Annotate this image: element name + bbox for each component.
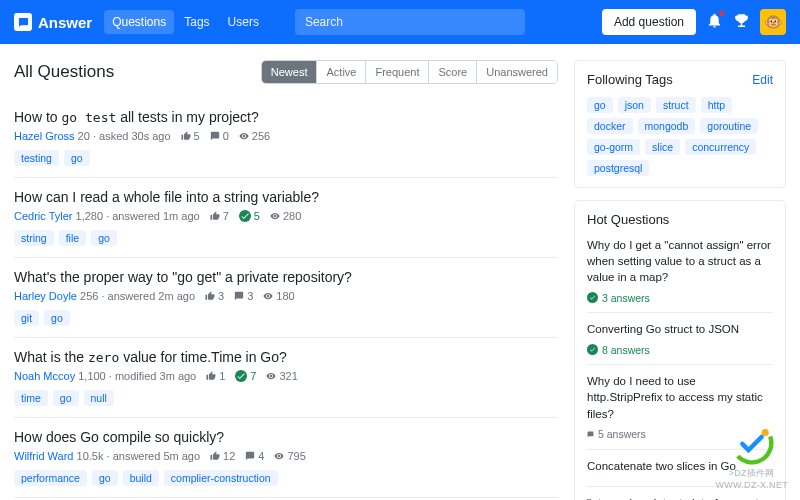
question-author[interactable]: Harley Doyle [14,290,77,302]
following-tag[interactable]: json [618,97,651,113]
tag[interactable]: go [64,150,90,166]
hot-question-title[interactable]: Concatenate two slices in Go [587,458,773,474]
question-tags: gitgo [14,310,558,326]
question-title[interactable]: What's the proper way to "go get" a priv… [14,269,558,285]
notifications-icon[interactable] [706,12,723,32]
following-tag[interactable]: go-gorm [587,139,640,155]
tag[interactable]: go [91,230,117,246]
tag[interactable]: build [123,470,159,486]
nav-questions[interactable]: Questions [104,10,174,34]
tag[interactable]: null [84,390,114,406]
question-meta: Hazel Gross 20 · asked 30s ago 5 0 256 [14,130,558,142]
filter-score[interactable]: Score [428,61,476,83]
hot-question-item: "<type> is pointer to interface, not int… [587,486,773,500]
hot-questions-card: Hot Questions Why do I get a "cannot ass… [574,200,786,500]
answers-icon: 3 [234,290,253,302]
question-time: asked 30s ago [99,130,171,142]
following-tags-list: gojsonstructhttpdockermongodbgoroutinego… [587,97,773,176]
tag[interactable]: complier-construction [164,470,278,486]
edit-tags-link[interactable]: Edit [752,73,773,87]
author-reputation: 256 [80,290,98,302]
filter-frequent[interactable]: Frequent [365,61,428,83]
nav-tags[interactable]: Tags [176,10,217,34]
author-reputation: 1,100 [78,370,106,382]
following-tag[interactable]: docker [587,118,633,134]
views-icon: 795 [274,450,305,462]
hot-question-title[interactable]: Why do I need to use http.StripPrefix to… [587,373,773,421]
question-meta: Noah Mccoy 1,100 · modified 3m ago 1 7 3… [14,370,558,382]
question-author[interactable]: Wilfrid Ward [14,450,73,462]
question-item: How to go test all tests in my project?H… [14,98,558,178]
following-tag[interactable]: struct [656,97,696,113]
tag[interactable]: string [14,230,54,246]
votes-icon: 1 [206,370,225,382]
hot-question-title[interactable]: "<type> is pointer to interface, not int… [587,495,773,500]
following-tag[interactable]: concurrency [685,139,756,155]
views-icon: 180 [263,290,294,302]
user-avatar[interactable]: 🐵 [760,9,786,35]
tag[interactable]: go [44,310,70,326]
main-content: All Questions NewestActiveFrequentScoreU… [0,44,800,500]
brand-name: Answer [38,14,92,31]
author-reputation: 20 [78,130,90,142]
filter-unanswered[interactable]: Unanswered [476,61,557,83]
header-actions: Add question 🐵 [602,9,786,35]
tag[interactable]: go [53,390,79,406]
following-tag[interactable]: goroutine [700,118,758,134]
answers-icon: 4 [245,450,264,462]
hot-question-title[interactable]: Converting Go struct to JSON [587,321,773,337]
add-question-button[interactable]: Add question [602,9,696,35]
votes-icon: 7 [210,210,229,222]
question-author[interactable]: Noah Mccoy [14,370,75,382]
answers-accepted-icon: 7 [235,370,256,382]
tag[interactable]: testing [14,150,59,166]
filter-tabs: NewestActiveFrequentScoreUnanswered [261,60,558,84]
tag[interactable]: performance [14,470,87,486]
question-title[interactable]: How does Go compile so quickly? [14,429,558,445]
following-tag[interactable]: slice [645,139,680,155]
page-header-row: All Questions NewestActiveFrequentScoreU… [14,60,558,84]
top-navbar: Answer QuestionsTagsUsers Add question 🐵 [0,0,800,44]
question-item: How does Go compile so quickly?Wilfrid W… [14,418,558,498]
question-item: What is the zero value for time.Time in … [14,338,558,418]
tag[interactable]: file [59,230,86,246]
tag[interactable]: time [14,390,48,406]
following-tag[interactable]: postgresql [587,160,649,176]
question-list: How to go test all tests in my project?H… [14,98,558,500]
question-tags: performancegobuildcomplier-construction [14,470,558,486]
votes-icon: 5 [181,130,200,142]
following-tag[interactable]: go [587,97,613,113]
question-time: modified 3m ago [115,370,196,382]
primary-nav: QuestionsTagsUsers [104,10,267,34]
tag[interactable]: git [14,310,39,326]
question-tags: stringfilego [14,230,558,246]
question-item: What's the proper way to "go get" a priv… [14,258,558,338]
question-item: How can I read a whole file into a strin… [14,178,558,258]
brand-logo[interactable]: Answer [14,13,92,31]
answers-accepted-icon: 5 [239,210,260,222]
question-title[interactable]: How to go test all tests in my project? [14,109,558,125]
hot-questions-title: Hot Questions [587,212,669,227]
following-tag[interactable]: http [701,97,733,113]
votes-icon: 3 [205,290,224,302]
question-meta: Wilfrid Ward 10.5k · answered 5m ago 12 … [14,450,558,462]
nav-users[interactable]: Users [220,10,267,34]
question-title[interactable]: How can I read a whole file into a strin… [14,189,558,205]
views-icon: 256 [239,130,270,142]
question-title[interactable]: What is the zero value for time.Time in … [14,349,558,365]
author-reputation: 1,280 [76,210,104,222]
filter-active[interactable]: Active [316,61,365,83]
search-input[interactable] [295,9,525,35]
hot-question-item: Concatenate two slices in Go [587,449,773,486]
question-author[interactable]: Cedric Tyler [14,210,72,222]
following-tag[interactable]: mongodb [638,118,696,134]
question-tags: testinggo [14,150,558,166]
filter-newest[interactable]: Newest [262,61,317,83]
achievements-icon[interactable] [733,12,750,32]
hot-question-title[interactable]: Why do I get a "cannot assign" error whe… [587,237,773,285]
question-time: answered 5m ago [113,450,200,462]
answers-icon: 0 [210,130,229,142]
tag[interactable]: go [92,470,118,486]
question-author[interactable]: Hazel Gross [14,130,75,142]
answer-logo-icon [14,13,32,31]
